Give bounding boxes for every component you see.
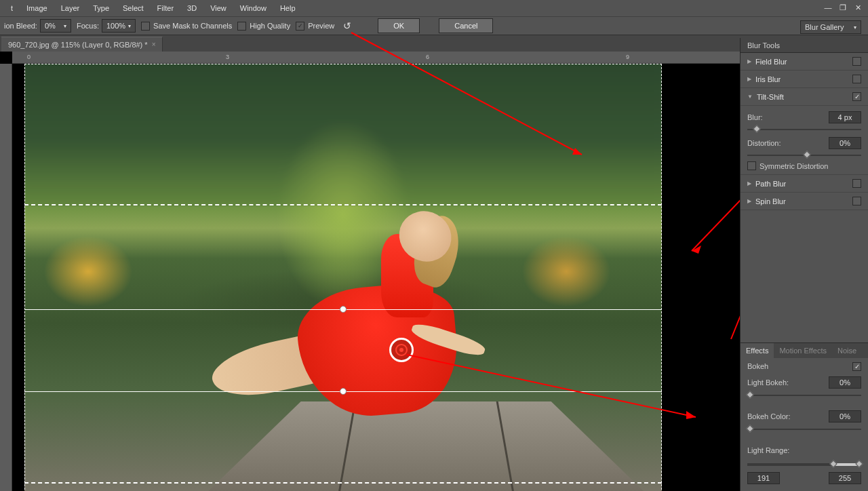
distortion-value-input[interactable]: 0% (829, 137, 861, 149)
blur-gallery-dropdown[interactable]: Blur Gallery (800, 20, 861, 34)
tilt-shift-checkbox[interactable]: ✓ (852, 92, 861, 101)
light-bokeh-input[interactable]: 0% (829, 376, 861, 389)
close-icon[interactable]: ✕ (851, 1, 865, 14)
field-blur-checkbox[interactable] (852, 57, 861, 66)
menu-layer[interactable]: Layer (54, 1, 87, 15)
options-bar: ion Bleed: 0% Focus: 100% Save Mask to C… (0, 16, 868, 35)
focus-label: Focus: (77, 22, 99, 30)
collapse-icon: ▼ (747, 94, 753, 100)
light-range-slider[interactable] (747, 460, 861, 469)
menu-bar: t Image Layer Type Select Filter 3D View… (0, 0, 868, 16)
blur-slider[interactable] (747, 126, 861, 133)
preview-checkbox[interactable]: ✓Preview (296, 22, 334, 31)
path-blur-row[interactable]: ▶ Path Blur (741, 175, 868, 193)
restore-icon[interactable]: ❐ (836, 1, 850, 14)
light-range-high-input[interactable]: 255 (829, 472, 861, 484)
canvas[interactable] (24, 64, 662, 491)
menu-image[interactable]: Image (20, 1, 54, 15)
menu-type[interactable]: Type (86, 1, 116, 15)
expand-icon: ▶ (747, 180, 751, 186)
side-panel: Blur Tools ▶ Field Blur ▶ Iris Blur ▼ Ti… (740, 38, 868, 491)
tab-effects[interactable]: Effects (741, 343, 774, 358)
photo-content (24, 64, 662, 491)
document-tab[interactable]: 960_720.jpg @ 115% (Layer 0, RGB/8#) * × (1, 37, 163, 52)
tab-close-icon[interactable]: × (152, 41, 156, 48)
menu-window[interactable]: Window (233, 1, 273, 15)
document-tab-bar: 960_720.jpg @ 115% (Layer 0, RGB/8#) * × (0, 35, 868, 52)
expand-icon: ▶ (747, 198, 751, 204)
bokeh-color-label: Bokeh Color: (747, 412, 791, 420)
tab-motion-effects[interactable]: Motion Effects (774, 343, 832, 358)
tab-noise[interactable]: Noise (832, 343, 862, 358)
bokeh-checkbox[interactable]: ✓ (852, 362, 861, 371)
menu-help[interactable]: Help (273, 1, 302, 15)
workspace: 0 3 6 9 (0, 52, 740, 491)
ruler-vertical (0, 64, 12, 491)
high-quality-checkbox[interactable]: High Quality (237, 22, 290, 31)
focus: Focus: 100% (77, 19, 136, 33)
menu-filter[interactable]: Filter (151, 1, 180, 15)
cancel-button[interactable]: Cancel (439, 18, 493, 33)
tilt-shift-outer-line-bottom[interactable] (24, 482, 662, 484)
light-bokeh-slider[interactable] (747, 392, 861, 399)
distortion-slider[interactable] (747, 152, 861, 159)
tilt-shift-controls: Blur: 4 px Distortion: 0% Symmetric Dist… (741, 106, 868, 175)
menu-edit[interactable]: t (4, 1, 20, 15)
ok-button[interactable]: OK (378, 18, 420, 33)
minimize-icon[interactable]: — (821, 1, 835, 14)
blur-tools-title: Blur Tools (741, 38, 868, 53)
effects-tabs: Effects Motion Effects Noise (741, 342, 868, 358)
ruler-horizontal: 0 3 6 9 (12, 52, 740, 64)
iris-blur-checkbox[interactable] (852, 75, 861, 83)
reset-icon[interactable]: ↺ (340, 18, 355, 33)
save-mask-checkbox[interactable]: Save Mask to Channels (141, 22, 232, 31)
tilt-shift-row[interactable]: ▼ Tilt-Shift ✓ (741, 88, 868, 106)
tilt-shift-handle-bottom[interactable] (340, 388, 347, 395)
light-bokeh-label: Light Bokeh: (747, 378, 789, 387)
bleed-label: ion Bleed: (4, 22, 37, 30)
blur-label: Blur: (747, 113, 763, 121)
blur-pin[interactable] (389, 338, 414, 362)
bokeh-color-slider[interactable] (747, 426, 861, 433)
expand-icon: ▶ (747, 76, 751, 82)
symmetric-distortion-checkbox[interactable]: Symmetric Distortion (747, 161, 861, 170)
light-range-label: Light Range: (747, 446, 789, 454)
menu-3d[interactable]: 3D (180, 1, 203, 15)
effects-panel: Bokeh ✓ Light Bokeh: 0% Bokeh Color: 0% … (741, 358, 868, 491)
iris-blur-row[interactable]: ▶ Iris Blur (741, 71, 868, 88)
distortion-label: Distortion: (747, 139, 781, 147)
spin-blur-row[interactable]: ▶ Spin Blur (741, 193, 868, 210)
bleed-dropdown[interactable]: 0% (40, 19, 71, 33)
path-blur-checkbox[interactable] (852, 179, 861, 188)
menu-select[interactable]: Select (116, 1, 151, 15)
spin-blur-checkbox[interactable] (852, 197, 861, 205)
blur-value-input[interactable]: 4 px (829, 111, 861, 123)
tilt-shift-handle-top[interactable] (340, 306, 347, 313)
bokeh-label: Bokeh (747, 362, 768, 370)
light-range-low-input[interactable]: 191 (747, 472, 780, 484)
expand-icon: ▶ (747, 58, 751, 64)
field-blur-row[interactable]: ▶ Field Blur (741, 53, 868, 71)
bokeh-color-input[interactable]: 0% (829, 410, 861, 423)
menu-view[interactable]: View (203, 1, 233, 15)
selection-bleed: ion Bleed: 0% (4, 19, 71, 33)
tilt-shift-outer-line-top[interactable] (24, 204, 662, 205)
focus-dropdown[interactable]: 100% (102, 19, 136, 33)
